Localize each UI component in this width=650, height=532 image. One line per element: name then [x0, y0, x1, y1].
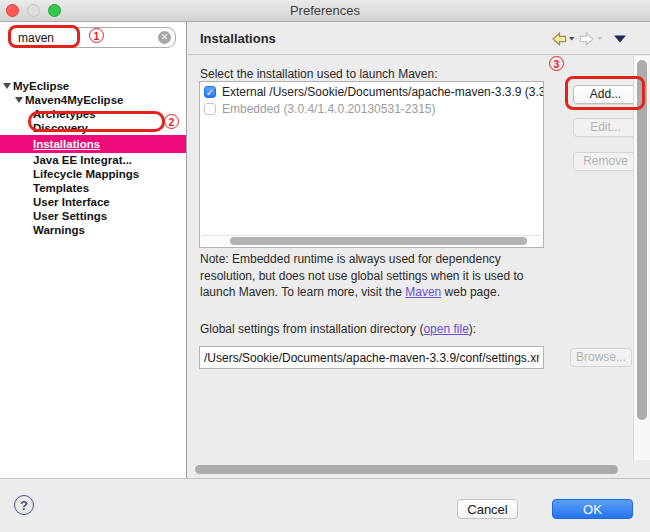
- forward-icon: [581, 33, 603, 45]
- tree-item-warnings[interactable]: Warnings: [0, 223, 186, 237]
- tree-item-discovery[interactable]: Discovery: [0, 121, 186, 135]
- tree-item-label: User Settings: [33, 210, 107, 222]
- checkbox-checked-icon[interactable]: ✓: [204, 86, 216, 98]
- tree-item-label: MyEclipse: [13, 80, 69, 92]
- list-horizontal-scrollbar[interactable]: [202, 235, 541, 245]
- add-button[interactable]: Add...: [573, 85, 638, 104]
- preferences-tree: MyEclipse Maven4MyEclipse Archetypes Dis…: [0, 79, 186, 237]
- history-nav: [552, 32, 628, 49]
- tree-item-installations[interactable]: Installations: [0, 135, 186, 153]
- select-installation-label: Select the installation used to launch M…: [200, 67, 437, 81]
- titlebar[interactable]: Preferences: [0, 0, 650, 22]
- dialog-footer: ? Cancel OK: [0, 478, 650, 532]
- filter-input[interactable]: [8, 27, 176, 48]
- expand-arrow-icon[interactable]: [3, 83, 11, 89]
- tree-item-archetypes[interactable]: Archetypes: [0, 107, 186, 121]
- panel-horizontal-scrollbar[interactable]: [187, 461, 633, 478]
- tree-item-templates[interactable]: Templates: [0, 181, 186, 195]
- forward-dropdown-icon: [597, 37, 603, 41]
- tree-item-label: Maven4MyEclipse: [25, 94, 123, 106]
- global-settings-text-after: ):: [469, 322, 476, 336]
- list-scrollbar-thumb[interactable]: [230, 237, 527, 245]
- tree-item-maven4myeclipse[interactable]: Maven4MyEclipse: [0, 93, 186, 107]
- global-settings-label: Global settings from installation direct…: [200, 322, 476, 336]
- tree-item-label: Warnings: [33, 224, 85, 236]
- installation-label: External /Users/Sookie/Documents/apache-…: [222, 85, 543, 99]
- tree-item-myeclipse[interactable]: MyEclipse: [0, 79, 186, 93]
- tree-item-label: Archetypes: [33, 108, 96, 120]
- preferences-window: Preferences ✕ MyEclipse Maven4MyEclipse …: [0, 0, 650, 532]
- open-file-link[interactable]: open file: [423, 322, 468, 336]
- clear-search-icon[interactable]: ✕: [158, 31, 171, 44]
- tree-item-label: Discovery: [33, 122, 88, 134]
- global-settings-path-field[interactable]: [199, 346, 544, 369]
- expand-arrow-icon[interactable]: [15, 97, 23, 103]
- installation-row-embedded[interactable]: Embedded (3.0.4/1.4.0.20130531-2315): [204, 102, 543, 116]
- ok-button[interactable]: OK: [552, 499, 633, 519]
- installation-row-external[interactable]: ✓ External /Users/Sookie/Documents/apach…: [204, 85, 543, 99]
- cancel-button[interactable]: Cancel: [457, 499, 518, 519]
- remove-button: Remove: [573, 152, 638, 171]
- main-panel: Installations Select: [187, 22, 650, 478]
- installation-label: Embedded (3.0.4/1.4.0.20130531-2315): [222, 102, 436, 116]
- edit-button: Edit...: [573, 118, 638, 137]
- note-text-after: web page.: [441, 285, 500, 299]
- browse-button: Browse...: [570, 348, 632, 367]
- tree-item-label: Lifecycle Mappings: [33, 168, 139, 180]
- embedded-runtime-note: Note: Embedded runtime is always used fo…: [200, 251, 558, 301]
- filter-search-field: ✕: [8, 27, 176, 48]
- panel-hscrollbar-thumb[interactable]: [195, 465, 618, 474]
- tree-item-user-interface[interactable]: User Interface: [0, 195, 186, 209]
- tree-item-java-ee-integration[interactable]: Java EE Integrat...: [0, 153, 186, 167]
- page-title: Installations: [200, 31, 276, 46]
- view-menu-icon[interactable]: [614, 36, 626, 43]
- back-icon[interactable]: [553, 33, 575, 45]
- global-settings-text: Global settings from installation direct…: [200, 322, 423, 336]
- tree-item-label: Installations: [33, 138, 100, 150]
- panel-vscrollbar-thumb[interactable]: [637, 60, 647, 420]
- tree-item-user-settings[interactable]: User Settings: [0, 209, 186, 223]
- tree-item-lifecycle-mappings[interactable]: Lifecycle Mappings: [0, 167, 186, 181]
- sidebar: ✕ MyEclipse Maven4MyEclipse Archetypes D…: [0, 22, 187, 478]
- content-area: ✕ MyEclipse Maven4MyEclipse Archetypes D…: [0, 22, 650, 478]
- installations-list[interactable]: ✓ External /Users/Sookie/Documents/apach…: [199, 81, 544, 248]
- page-header: Installations: [187, 22, 650, 55]
- window-title: Preferences: [0, 3, 650, 18]
- tree-item-label: User Interface: [33, 196, 110, 208]
- maven-link[interactable]: Maven: [405, 285, 441, 299]
- tree-item-label: Templates: [33, 182, 89, 194]
- help-icon[interactable]: ?: [14, 495, 34, 515]
- checkbox-unchecked-icon[interactable]: [204, 103, 216, 115]
- panel-vertical-scrollbar[interactable]: [633, 56, 650, 460]
- back-dropdown-icon: [569, 37, 575, 41]
- tree-item-label: Java EE Integrat...: [33, 154, 132, 166]
